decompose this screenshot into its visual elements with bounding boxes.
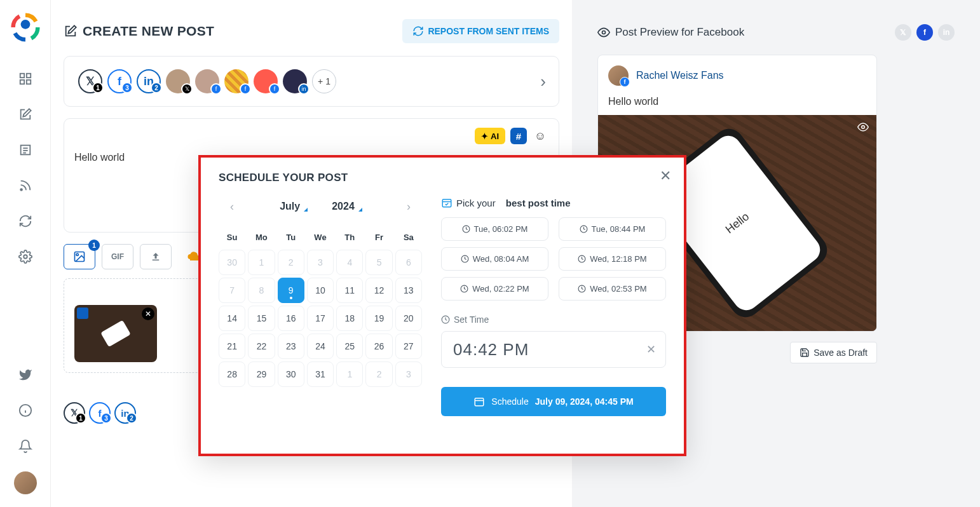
remove-media-icon[interactable]: ✕ <box>142 308 154 320</box>
calendar-day[interactable]: 2 <box>278 250 304 275</box>
calendar-month[interactable]: July <box>280 201 306 212</box>
bottom-account[interactable]: f3 <box>89 402 111 424</box>
calendar-day[interactable]: 3 <box>307 250 334 275</box>
nav-compose-icon[interactable] <box>13 102 38 127</box>
account-network-badge: f <box>210 83 222 95</box>
best-time-option[interactable]: Wed, 02:53 PM <box>559 277 666 301</box>
preview-x-icon[interactable]: 𝕏 <box>895 24 911 41</box>
calendar-day[interactable]: 30 <box>219 250 245 275</box>
repost-button[interactable]: REPOST FROM SENT ITEMS <box>402 19 559 43</box>
calendar-day[interactable]: 8 <box>248 278 275 303</box>
account-badge: 3 <box>100 412 112 424</box>
time-input[interactable]: 04:42 PM ✕ <box>441 331 666 368</box>
upload-icon <box>150 251 161 262</box>
calendar-day[interactable]: 29 <box>248 362 275 387</box>
account-item[interactable]: f3 <box>107 69 132 93</box>
account-network-badge: 𝕏 <box>181 83 193 95</box>
calendar-check-icon <box>441 197 453 208</box>
account-item[interactable]: f <box>254 69 278 93</box>
hashtag-button[interactable]: # <box>510 128 527 144</box>
account-item[interactable]: in2 <box>137 69 161 93</box>
calendar-day[interactable]: 15 <box>248 306 275 331</box>
app-logo[interactable] <box>11 13 40 42</box>
account-badge: 2 <box>151 82 162 93</box>
calendar-day[interactable]: 16 <box>278 306 304 331</box>
clock-icon <box>462 225 470 233</box>
calendar-day[interactable]: 23 <box>278 334 304 359</box>
calendar-day[interactable]: 14 <box>219 306 245 331</box>
media-thumbnail[interactable]: ✕ <box>74 305 157 362</box>
modal-close-icon[interactable]: ✕ <box>660 168 671 184</box>
bottom-account[interactable]: in2 <box>114 402 136 424</box>
calendar-day[interactable]: 9 <box>278 278 304 303</box>
image-tool[interactable]: 1 <box>64 244 95 269</box>
bottom-account[interactable]: 𝕏1 <box>64 402 85 424</box>
upload-tool[interactable] <box>140 244 172 269</box>
save-draft-button[interactable]: Save as Draft <box>790 342 877 363</box>
nav-recycle-icon[interactable] <box>13 208 38 234</box>
nav-bell-icon[interactable] <box>13 433 38 459</box>
svg-point-9 <box>20 189 22 191</box>
more-accounts[interactable]: + 1 <box>312 69 336 93</box>
calendar-day[interactable]: 27 <box>395 334 422 359</box>
calendar-day[interactable]: 28 <box>219 362 245 387</box>
calendar-day[interactable]: 22 <box>248 334 275 359</box>
clock-icon <box>580 225 588 233</box>
best-time-option[interactable]: Wed, 12:18 PM <box>559 247 666 271</box>
calendar-day[interactable]: 21 <box>219 334 245 359</box>
calendar-day[interactable]: 10 <box>307 278 334 303</box>
nav-twitter-icon[interactable] <box>13 362 38 388</box>
calendar-year[interactable]: 2024 <box>332 201 361 212</box>
calendar-day[interactable]: 17 <box>307 306 334 331</box>
best-time-option[interactable]: Tue, 06:02 PM <box>441 217 548 241</box>
best-time-option[interactable]: Wed, 02:22 PM <box>441 277 548 301</box>
best-time-option[interactable]: Tue, 08:44 PM <box>559 217 666 241</box>
calendar-day[interactable]: 5 <box>365 250 392 275</box>
prev-month-icon[interactable]: ‹ <box>222 197 242 216</box>
calendar-day[interactable]: 4 <box>336 250 363 275</box>
calendar-day[interactable]: 11 <box>336 278 363 303</box>
calendar-day[interactable]: 25 <box>336 334 363 359</box>
best-time-option[interactable]: Wed, 08:04 AM <box>441 247 548 271</box>
svg-rect-2 <box>26 74 30 78</box>
chevron-right-icon[interactable]: › <box>540 72 546 91</box>
nav-settings-icon[interactable] <box>13 244 38 269</box>
gif-tool[interactable]: GIF <box>102 244 133 269</box>
accounts-selector[interactable]: 𝕏1f3in2𝕏fffin + 1 › <box>64 56 559 107</box>
calendar-day[interactable]: 20 <box>395 306 422 331</box>
account-item[interactable]: in <box>283 69 307 93</box>
account-item[interactable]: f <box>224 69 248 93</box>
calendar-day[interactable]: 3 <box>395 362 422 387</box>
account-item[interactable]: f <box>195 69 219 93</box>
calendar-day[interactable]: 12 <box>365 278 392 303</box>
nav-info-icon[interactable] <box>13 398 38 423</box>
calendar-day[interactable]: 1 <box>248 250 275 275</box>
calendar-day[interactable]: 18 <box>336 306 363 331</box>
user-avatar[interactable] <box>14 471 37 494</box>
account-item[interactable]: 𝕏1 <box>78 69 102 93</box>
emoji-button[interactable]: ☺ <box>532 128 548 144</box>
clear-time-icon[interactable]: ✕ <box>646 342 657 356</box>
preview-li-icon[interactable]: in <box>938 24 955 41</box>
calendar-day[interactable]: 19 <box>365 306 392 331</box>
calendar-day[interactable]: 7 <box>219 278 245 303</box>
account-item[interactable]: 𝕏 <box>166 69 190 93</box>
calendar-day[interactable]: 2 <box>365 362 392 387</box>
nav-rss-icon[interactable] <box>13 173 38 198</box>
calendar-day[interactable]: 1 <box>336 362 363 387</box>
calendar-day[interactable]: 30 <box>278 362 304 387</box>
calendar-day[interactable]: 13 <box>395 278 422 303</box>
preview-eye-icon[interactable] <box>857 121 869 135</box>
calendar-day[interactable]: 24 <box>307 334 334 359</box>
account-network-badge: f <box>269 83 280 95</box>
calendar-day[interactable]: 6 <box>395 250 422 275</box>
clock-icon <box>441 315 450 324</box>
next-month-icon[interactable]: › <box>399 197 418 216</box>
nav-feed-icon[interactable] <box>13 137 38 163</box>
nav-dashboard-icon[interactable] <box>13 66 38 91</box>
schedule-confirm-button[interactable]: Schedule July 09, 2024, 04:45 PM <box>441 387 666 416</box>
calendar-day[interactable]: 31 <box>307 362 334 387</box>
ai-button[interactable]: ✦ AI <box>475 128 505 144</box>
preview-fb-icon[interactable]: f <box>916 24 933 41</box>
calendar-day[interactable]: 26 <box>365 334 392 359</box>
